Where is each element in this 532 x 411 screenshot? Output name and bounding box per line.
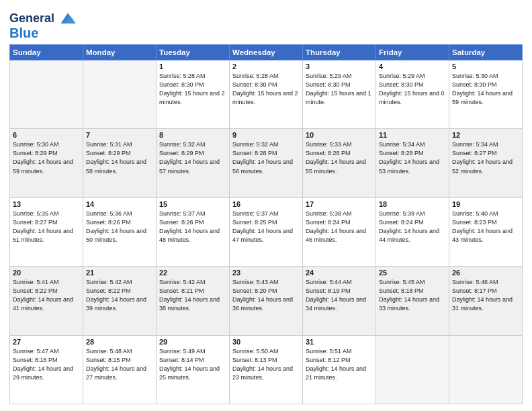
day-number: 13	[13, 200, 80, 208]
calendar-cell	[376, 335, 449, 404]
day-number: 23	[232, 269, 300, 277]
logo-text: General	[9, 12, 54, 26]
day-number: 12	[452, 131, 519, 139]
day-number: 28	[86, 338, 153, 346]
calendar-cell: 3Sunrise: 5:29 AM Sunset: 8:30 PM Daylig…	[303, 60, 376, 129]
day-number: 27	[13, 338, 80, 346]
calendar-cell: 7Sunrise: 5:31 AM Sunset: 8:29 PM Daylig…	[83, 129, 157, 197]
day-info: Sunrise: 5:40 AM Sunset: 8:23 PM Dayligh…	[452, 210, 519, 244]
logo-icon	[58, 9, 77, 28]
calendar-cell: 26Sunrise: 5:46 AM Sunset: 8:17 PM Dayli…	[449, 267, 523, 335]
week-row-2: 6Sunrise: 5:30 AM Sunset: 8:29 PM Daylig…	[10, 129, 523, 197]
calendar-cell: 28Sunrise: 5:48 AM Sunset: 8:15 PM Dayli…	[83, 335, 157, 404]
week-row-4: 20Sunrise: 5:41 AM Sunset: 8:22 PM Dayli…	[10, 267, 523, 335]
day-number: 18	[379, 200, 446, 208]
day-info: Sunrise: 5:45 AM Sunset: 8:18 PM Dayligh…	[379, 278, 446, 313]
day-info: Sunrise: 5:39 AM Sunset: 8:24 PM Dayligh…	[379, 210, 446, 244]
day-number: 16	[232, 200, 300, 208]
calendar-cell: 11Sunrise: 5:34 AM Sunset: 8:28 PM Dayli…	[376, 129, 449, 197]
weekday-header-wednesday: Wednesday	[230, 45, 303, 60]
day-number: 2	[232, 62, 300, 71]
day-number: 4	[379, 62, 446, 71]
calendar-cell: 18Sunrise: 5:39 AM Sunset: 8:24 PM Dayli…	[376, 197, 449, 266]
calendar-cell: 24Sunrise: 5:44 AM Sunset: 8:19 PM Dayli…	[303, 267, 376, 335]
weekday-header-monday: Monday	[83, 45, 157, 60]
day-info: Sunrise: 5:38 AM Sunset: 8:24 PM Dayligh…	[306, 210, 373, 244]
day-info: Sunrise: 5:42 AM Sunset: 8:22 PM Dayligh…	[86, 278, 153, 313]
day-info: Sunrise: 5:28 AM Sunset: 8:30 PM Dayligh…	[232, 72, 300, 107]
day-number: 3	[306, 62, 373, 71]
day-info: Sunrise: 5:51 AM Sunset: 8:12 PM Dayligh…	[306, 347, 373, 382]
day-number: 21	[86, 269, 153, 277]
weekday-header-row: SundayMondayTuesdayWednesdayThursdayFrid…	[10, 45, 523, 60]
day-info: Sunrise: 5:33 AM Sunset: 8:28 PM Dayligh…	[306, 140, 373, 175]
day-number: 29	[159, 338, 226, 346]
day-number: 7	[86, 131, 153, 139]
day-info: Sunrise: 5:34 AM Sunset: 8:27 PM Dayligh…	[452, 140, 519, 175]
day-number: 9	[232, 131, 300, 139]
calendar-cell: 12Sunrise: 5:34 AM Sunset: 8:27 PM Dayli…	[449, 129, 523, 197]
weekday-header-friday: Friday	[376, 45, 449, 60]
day-info: Sunrise: 5:46 AM Sunset: 8:17 PM Dayligh…	[452, 278, 519, 313]
day-number: 17	[306, 200, 373, 208]
weekday-header-saturday: Saturday	[449, 45, 523, 60]
day-number: 20	[13, 269, 80, 277]
calendar-cell	[10, 60, 83, 129]
calendar-cell: 6Sunrise: 5:30 AM Sunset: 8:29 PM Daylig…	[10, 129, 83, 197]
day-info: Sunrise: 5:35 AM Sunset: 8:27 PM Dayligh…	[13, 210, 80, 244]
day-info: Sunrise: 5:42 AM Sunset: 8:21 PM Dayligh…	[159, 278, 226, 313]
day-info: Sunrise: 5:29 AM Sunset: 8:30 PM Dayligh…	[379, 72, 446, 107]
day-info: Sunrise: 5:28 AM Sunset: 8:30 PM Dayligh…	[159, 72, 226, 107]
day-info: Sunrise: 5:50 AM Sunset: 8:13 PM Dayligh…	[232, 347, 300, 382]
calendar-cell: 29Sunrise: 5:49 AM Sunset: 8:14 PM Dayli…	[157, 335, 230, 404]
calendar-cell: 21Sunrise: 5:42 AM Sunset: 8:22 PM Dayli…	[83, 267, 157, 335]
calendar-cell: 2Sunrise: 5:28 AM Sunset: 8:30 PM Daylig…	[230, 60, 303, 129]
calendar-cell: 22Sunrise: 5:42 AM Sunset: 8:21 PM Dayli…	[157, 267, 230, 335]
calendar-cell: 14Sunrise: 5:36 AM Sunset: 8:26 PM Dayli…	[83, 197, 157, 266]
calendar-cell: 4Sunrise: 5:29 AM Sunset: 8:30 PM Daylig…	[376, 60, 449, 129]
weekday-header-sunday: Sunday	[10, 45, 83, 60]
calendar-cell: 16Sunrise: 5:37 AM Sunset: 8:25 PM Dayli…	[230, 197, 303, 266]
calendar-cell: 19Sunrise: 5:40 AM Sunset: 8:23 PM Dayli…	[449, 197, 523, 266]
day-info: Sunrise: 5:41 AM Sunset: 8:22 PM Dayligh…	[13, 278, 80, 313]
calendar-cell: 17Sunrise: 5:38 AM Sunset: 8:24 PM Dayli…	[303, 197, 376, 266]
calendar-cell: 25Sunrise: 5:45 AM Sunset: 8:18 PM Dayli…	[376, 267, 449, 335]
calendar-cell: 5Sunrise: 5:30 AM Sunset: 8:30 PM Daylig…	[449, 60, 523, 129]
calendar-cell: 31Sunrise: 5:51 AM Sunset: 8:12 PM Dayli…	[303, 335, 376, 404]
day-info: Sunrise: 5:32 AM Sunset: 8:28 PM Dayligh…	[232, 140, 300, 175]
day-info: Sunrise: 5:48 AM Sunset: 8:15 PM Dayligh…	[86, 347, 153, 382]
calendar-cell: 30Sunrise: 5:50 AM Sunset: 8:13 PM Dayli…	[230, 335, 303, 404]
day-info: Sunrise: 5:37 AM Sunset: 8:26 PM Dayligh…	[159, 210, 226, 244]
day-number: 1	[159, 62, 226, 71]
calendar-cell: 15Sunrise: 5:37 AM Sunset: 8:26 PM Dayli…	[157, 197, 230, 266]
week-row-3: 13Sunrise: 5:35 AM Sunset: 8:27 PM Dayli…	[10, 197, 523, 266]
day-number: 14	[86, 200, 153, 208]
calendar-cell: 27Sunrise: 5:47 AM Sunset: 8:16 PM Dayli…	[10, 335, 83, 404]
calendar-cell: 9Sunrise: 5:32 AM Sunset: 8:28 PM Daylig…	[230, 129, 303, 197]
header: General Blue	[9, 7, 523, 40]
day-number: 8	[159, 131, 226, 139]
day-number: 26	[452, 269, 519, 277]
logo: General Blue	[9, 9, 77, 40]
calendar-cell: 8Sunrise: 5:32 AM Sunset: 8:29 PM Daylig…	[157, 129, 230, 197]
day-info: Sunrise: 5:31 AM Sunset: 8:29 PM Dayligh…	[86, 140, 153, 175]
day-number: 22	[159, 269, 226, 277]
calendar-cell: 20Sunrise: 5:41 AM Sunset: 8:22 PM Dayli…	[10, 267, 83, 335]
day-number: 19	[452, 200, 519, 208]
day-number: 24	[306, 269, 373, 277]
day-number: 25	[379, 269, 446, 277]
day-info: Sunrise: 5:47 AM Sunset: 8:16 PM Dayligh…	[13, 347, 80, 382]
week-row-1: 1Sunrise: 5:28 AM Sunset: 8:30 PM Daylig…	[10, 60, 523, 129]
day-info: Sunrise: 5:49 AM Sunset: 8:14 PM Dayligh…	[159, 347, 226, 382]
day-number: 30	[232, 338, 300, 346]
day-info: Sunrise: 5:43 AM Sunset: 8:20 PM Dayligh…	[232, 278, 300, 313]
day-number: 15	[159, 200, 226, 208]
day-number: 11	[379, 131, 446, 139]
day-info: Sunrise: 5:44 AM Sunset: 8:19 PM Dayligh…	[306, 278, 373, 313]
calendar-cell: 10Sunrise: 5:33 AM Sunset: 8:28 PM Dayli…	[303, 129, 376, 197]
page: General Blue SundayMondayTuesdayWednesda…	[0, 0, 532, 411]
day-number: 6	[13, 131, 80, 139]
day-info: Sunrise: 5:29 AM Sunset: 8:30 PM Dayligh…	[306, 72, 373, 107]
day-info: Sunrise: 5:37 AM Sunset: 8:25 PM Dayligh…	[232, 210, 300, 244]
day-number: 31	[306, 338, 373, 346]
